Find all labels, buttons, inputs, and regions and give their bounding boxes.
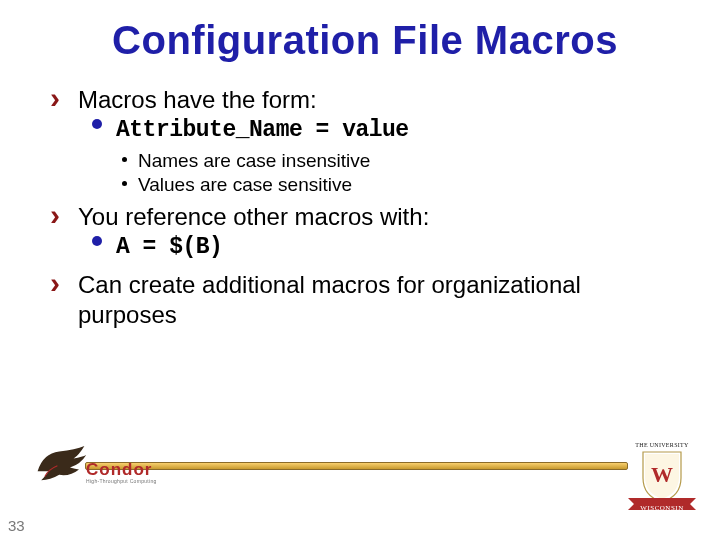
bullet-small-dot-icon bbox=[122, 181, 127, 186]
bullet-2: You reference other macros with: bbox=[50, 202, 680, 232]
bullet-2a-code: A = $(B) bbox=[116, 234, 222, 260]
bullet-dot-icon bbox=[92, 236, 102, 246]
condor-bird-icon bbox=[34, 444, 88, 484]
condor-logo: Condor High-Throughput Computing bbox=[40, 452, 180, 492]
bullet-2-text: You reference other macros with: bbox=[78, 203, 429, 230]
bullet-dot-icon bbox=[92, 119, 102, 129]
svg-text:W: W bbox=[651, 462, 673, 487]
slide-content: Macros have the form: Attribute_Name = v… bbox=[50, 85, 680, 330]
condor-tagline: High-Throughput Computing bbox=[86, 478, 157, 484]
footer: Condor High-Throughput Computing THE UNI… bbox=[0, 446, 720, 526]
condor-wordmark: Condor bbox=[86, 460, 152, 480]
bullet-1a-ii-text: Values are case sensitive bbox=[138, 174, 352, 195]
bullet-1a-i-text: Names are case insensitive bbox=[138, 150, 370, 171]
bullet-3-text: Can create additional macros for organiz… bbox=[78, 271, 581, 328]
uw-logo: THE UNIVERSITY W WISCONSIN bbox=[632, 444, 692, 514]
slide: Configuration File Macros Macros have th… bbox=[0, 0, 720, 540]
bullet-1a-ii: Values are case sensitive bbox=[50, 173, 680, 198]
bullet-1a-code: Attribute_Name = value bbox=[116, 117, 409, 143]
bullet-1a-i: Names are case insensitive bbox=[50, 149, 680, 174]
uw-wordmark: WISCONSIN bbox=[626, 504, 698, 512]
bullet-1a: Attribute_Name = value bbox=[50, 113, 680, 145]
slide-title: Configuration File Macros bbox=[50, 18, 680, 63]
page-number: 33 bbox=[8, 517, 25, 534]
bullet-1: Macros have the form: bbox=[50, 85, 680, 115]
uw-top-text: THE UNIVERSITY bbox=[632, 442, 692, 448]
bullet-3: Can create additional macros for organiz… bbox=[50, 270, 680, 330]
uw-banner: WISCONSIN bbox=[626, 496, 698, 512]
bullet-small-dot-icon bbox=[122, 157, 127, 162]
bullet-2a: A = $(B) bbox=[50, 230, 680, 262]
bullet-1-text: Macros have the form: bbox=[78, 86, 317, 113]
